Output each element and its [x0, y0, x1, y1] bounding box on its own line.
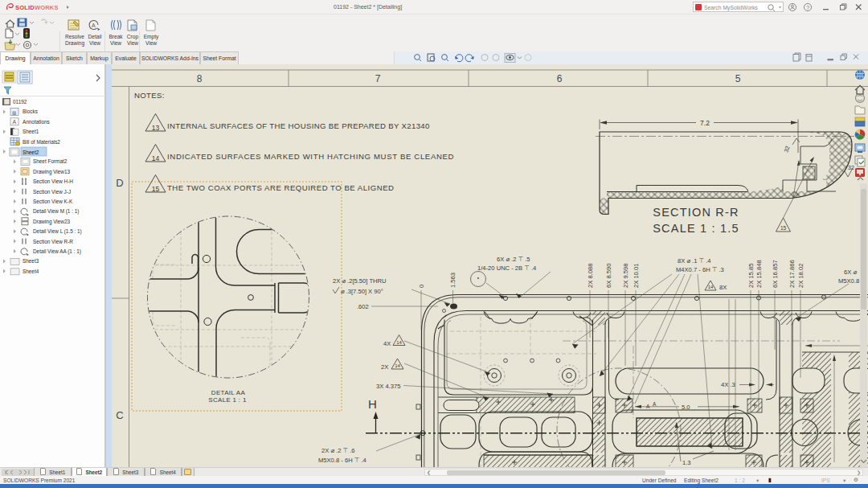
svg-text:.602: .602 [357, 303, 369, 310]
svg-text:Detail View L (1.5 : 1): Detail View L (1.5 : 1) [33, 228, 82, 235]
svg-text:M5X0.8 - 6H ⊤ .4: M5X0.8 - 6H ⊤ .4 [318, 457, 366, 464]
svg-text:H: H [368, 397, 377, 411]
svg-text:M4X0.7 - 6H ⊤ .3: M4X0.7 - 6H ⊤ .3 [676, 266, 724, 273]
svg-text:Annotations: Annotations [23, 119, 50, 125]
svg-text:7: 7 [375, 73, 381, 84]
svg-text:2X 9.598: 2X 9.598 [622, 264, 629, 288]
svg-text:2X 18.02: 2X 18.02 [797, 264, 805, 288]
svg-text:D: D [116, 177, 123, 189]
svg-text:0: 0 [418, 285, 425, 288]
svg-text:Sheet4: Sheet4 [23, 269, 39, 274]
svg-text:Drawing View23: Drawing View23 [33, 219, 71, 225]
svg-text:13: 13 [152, 124, 160, 132]
svg-text:2X ⌀ .2 ⊤ .6: 2X ⌀ .2 ⊤ .6 [321, 447, 355, 454]
svg-text:▧: ▧ [12, 110, 16, 115]
svg-text:Bill of Materials2: Bill of Materials2 [23, 139, 60, 145]
svg-text:14: 14 [395, 363, 400, 368]
svg-text:5: 5 [735, 73, 741, 84]
svg-text:Sheet Format2: Sheet Format2 [33, 158, 68, 164]
svg-text:8X: 8X [719, 284, 727, 291]
svg-text:6X ⌀: 6X ⌀ [844, 269, 857, 276]
svg-text:1/4-20 UNC - 2B ⊤ .4: 1/4-20 UNC - 2B ⊤ .4 [477, 265, 536, 272]
svg-text:5.0: 5.0 [682, 404, 690, 411]
svg-text:Detail View M (1 : 1): Detail View M (1 : 1) [33, 208, 79, 215]
svg-text:2X 15.848: 2X 15.848 [755, 260, 763, 288]
svg-text:15: 15 [780, 225, 787, 231]
svg-text:2X 8.088: 2X 8.088 [587, 264, 594, 288]
svg-text:6X 8.590: 6X 8.590 [605, 264, 612, 288]
svg-text:Section View R-R: Section View R-R [33, 239, 73, 244]
svg-text:4X .3: 4X .3 [721, 381, 735, 388]
svg-text:15: 15 [152, 185, 160, 193]
svg-text:4X: 4X [383, 340, 391, 347]
svg-text:C: C [116, 409, 123, 421]
svg-text:01192: 01192 [13, 99, 27, 105]
svg-text:2X 10.01: 2X 10.01 [633, 264, 640, 288]
svg-text:14: 14 [708, 285, 714, 289]
svg-text:2X ⌀ .2[5.50] THRU: 2X ⌀ .2[5.50] THRU [333, 277, 386, 285]
svg-text:A: A [13, 119, 17, 125]
svg-text:1.563: 1.563 [449, 273, 457, 288]
svg-text:THE TWO COAX PORTS ARE REQUIRE: THE TWO COAX PORTS ARE REQUIRED TO BE AL… [167, 183, 394, 192]
svg-text:M5X0.8: M5X0.8 [838, 277, 859, 285]
svg-text:14: 14 [152, 154, 160, 162]
svg-text:SCALE 1 : 1: SCALE 1 : 1 [208, 396, 247, 404]
svg-text:A: A [92, 23, 96, 28]
svg-text:6X 16.857: 6X 16.857 [772, 260, 779, 288]
svg-text:Detail View AA (1 : 1): Detail View AA (1 : 1) [33, 248, 81, 255]
svg-text:8: 8 [197, 73, 203, 84]
svg-text:3X 4.375: 3X 4.375 [376, 383, 400, 390]
svg-text:Drawing View13: Drawing View13 [33, 169, 71, 175]
svg-text:INTERNAL SURFACES OF THE HOUSI: INTERNAL SURFACES OF THE HOUSING BE PREP… [167, 121, 430, 130]
svg-text:Section View J-J: Section View J-J [33, 189, 71, 195]
svg-text:Sheet1: Sheet1 [23, 129, 39, 134]
svg-text:2X 17.866: 2X 17.866 [788, 260, 796, 288]
svg-text:1.3: 1.3 [682, 459, 691, 466]
svg-text:Section View H-H: Section View H-H [33, 178, 73, 184]
svg-text:NOTES:: NOTES: [134, 91, 165, 100]
svg-text:7.2: 7.2 [700, 119, 710, 127]
svg-text:⌀ .3[7.50] X 90°: ⌀ .3[7.50] X 90° [341, 288, 383, 295]
svg-text:6X ⌀ .2 ⊤ .5: 6X ⌀ .2 ⊤ .5 [497, 256, 530, 263]
svg-text:A: A [653, 401, 657, 407]
svg-text:8X ⌀ .1 ⊤ .4: 8X ⌀ .1 ⊤ .4 [678, 257, 711, 265]
svg-text:SCALE 1 : 1.5: SCALE 1 : 1.5 [653, 222, 739, 235]
svg-text:2X: 2X [381, 363, 388, 371]
svg-text:A: A [646, 404, 650, 409]
svg-text:14: 14 [396, 340, 402, 345]
svg-text:Sheet3: Sheet3 [23, 258, 39, 264]
svg-text:2X 15.85: 2X 15.85 [747, 264, 755, 288]
svg-text:32: 32 [848, 165, 854, 170]
svg-text:Sheet2: Sheet2 [23, 150, 39, 155]
svg-text:?: ? [806, 4, 809, 11]
svg-text:DETAIL AA: DETAIL AA [211, 389, 246, 396]
svg-text:SOLIDWORKS: SOLIDWORKS [15, 4, 59, 11]
svg-text:INDICATED SURFACES MARKED WITH: INDICATED SURFACES MARKED WITH HATCHING … [167, 152, 454, 161]
svg-text:SECTION R-R: SECTION R-R [653, 206, 739, 219]
svg-text:Blocks: Blocks [23, 109, 38, 114]
svg-text:6: 6 [557, 73, 563, 84]
svg-text:Section View K-K: Section View K-K [33, 199, 73, 204]
